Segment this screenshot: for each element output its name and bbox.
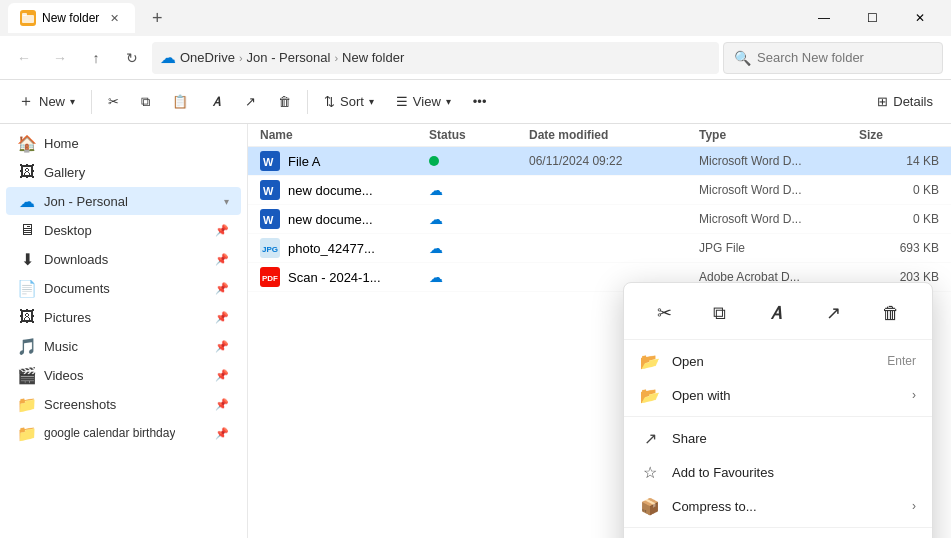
share-button[interactable]: ↗ (235, 88, 266, 115)
ctx-rename-button[interactable]: Ａ (759, 295, 793, 331)
sidebar-item-gallery[interactable]: 🖼 Gallery (6, 158, 241, 186)
sidebar-item-pictures[interactable]: 🖼 Pictures 📌 (6, 303, 241, 331)
details-button[interactable]: ⊞ Details (867, 88, 943, 115)
minimize-button[interactable]: — (801, 2, 847, 34)
file-row-file-a[interactable]: W File A 06/11/2024 09:22 Microsoft Word… (248, 147, 951, 176)
title-bar-left: New folder ✕ + (8, 3, 171, 33)
downloads-icon: ⬇ (18, 250, 36, 268)
svg-text:JPG: JPG (262, 245, 278, 254)
more-button[interactable]: ••• (463, 88, 497, 115)
up-button[interactable]: ↑ (80, 42, 112, 74)
search-input[interactable] (757, 50, 932, 65)
sidebar-music-label: Music (44, 339, 78, 354)
ctx-copy-button[interactable]: ⧉ (705, 297, 734, 330)
ctx-open[interactable]: 📂 Open Enter (624, 344, 932, 378)
word-icon-2: W (260, 180, 280, 200)
cloud-icon-2: ☁ (429, 211, 443, 227)
paste-button[interactable]: 📋 (162, 88, 198, 115)
ctx-share-button[interactable]: ↗ (818, 296, 849, 330)
cut-icon: ✂ (108, 94, 119, 109)
file-name-label-new-doc-1: new docume... (288, 183, 373, 198)
file-name-new-doc-1: W new docume... (260, 180, 429, 200)
cut-button[interactable]: ✂ (98, 88, 129, 115)
refresh-button[interactable]: ↻ (116, 42, 148, 74)
ctx-sep-1 (624, 416, 932, 417)
sidebar-item-desktop[interactable]: 🖥 Desktop 📌 (6, 216, 241, 244)
sidebar-item-documents[interactable]: 📄 Documents 📌 (6, 274, 241, 302)
sidebar-desktop-label: Desktop (44, 223, 92, 238)
tab-close-button[interactable]: ✕ (105, 9, 123, 27)
file-type-new-doc-1: Microsoft Word D... (699, 183, 859, 197)
breadcrumb-jon-personal[interactable]: Jon - Personal (247, 50, 331, 65)
file-type-photo: JPG File (699, 241, 859, 255)
address-bar: ← → ↑ ↻ ☁ OneDrive › Jon - Personal › Ne… (0, 36, 951, 80)
sidebar-gallery-label: Gallery (44, 165, 85, 180)
desktop-icon: 🖥 (18, 221, 36, 239)
new-tab-button[interactable]: + (143, 4, 171, 32)
view-button[interactable]: ☰ View ▾ (386, 88, 461, 115)
ctx-compress-arrow: › (912, 499, 916, 513)
file-size-new-doc-1: 0 KB (859, 183, 939, 197)
sidebar-item-downloads[interactable]: ⬇ Downloads 📌 (6, 245, 241, 273)
cloud-icon-4: ☁ (429, 269, 443, 285)
music-icon: 🎵 (18, 337, 36, 355)
rename-button[interactable]: Ａ (200, 87, 233, 117)
sort-button[interactable]: ⇅ Sort ▾ (314, 88, 384, 115)
breadcrumb-new-folder[interactable]: New folder (342, 50, 404, 65)
close-button[interactable]: ✕ (897, 2, 943, 34)
file-status-photo: ☁ (429, 240, 529, 256)
sidebar-item-videos[interactable]: 🎬 Videos 📌 (6, 361, 241, 389)
ctx-compress[interactable]: 📦 Compress to... › (624, 489, 932, 523)
sidebar-home-label: Home (44, 136, 79, 151)
pin-icon-google: 📌 (215, 427, 229, 440)
file-row-photo[interactable]: JPG photo_42477... ☁ JPG File 693 KB (248, 234, 951, 263)
sidebar-screenshots-label: Screenshots (44, 397, 116, 412)
sidebar-item-music[interactable]: 🎵 Music 📌 (6, 332, 241, 360)
sidebar-item-screenshots[interactable]: 📁 Screenshots 📌 (6, 390, 241, 418)
sidebar-item-google-calendar[interactable]: 📁 google calendar birthday 📌 (6, 419, 241, 447)
file-status-new-doc-1: ☁ (429, 182, 529, 198)
file-name-scan: PDF Scan - 2024-1... (260, 267, 429, 287)
ctx-open-with[interactable]: 📂 Open with › (624, 378, 932, 412)
active-tab[interactable]: New folder ✕ (8, 3, 135, 33)
paste-icon: 📋 (172, 94, 188, 109)
sidebar-videos-label: Videos (44, 368, 84, 383)
file-name-label-file-a: File A (288, 154, 321, 169)
copy-icon: ⧉ (141, 94, 150, 110)
new-button[interactable]: ＋ New ▾ (8, 85, 85, 118)
breadcrumb[interactable]: ☁ OneDrive › Jon - Personal › New folder (152, 42, 719, 74)
context-menu-toolbar: ✂ ⧉ Ａ ↗ 🗑 (624, 287, 932, 340)
file-row-new-doc-1[interactable]: W new docume... ☁ Microsoft Word D... 0 … (248, 176, 951, 205)
cloud-icon-3: ☁ (429, 240, 443, 256)
ctx-open-shortcut: Enter (887, 354, 916, 368)
file-row-new-doc-2[interactable]: W new docume... ☁ Microsoft Word D... 0 … (248, 205, 951, 234)
sidebar-jon-personal-label: Jon - Personal (44, 194, 128, 209)
sidebar-item-jon-personal[interactable]: ☁ Jon - Personal ▾ (6, 187, 241, 215)
ctx-add-to-favourites[interactable]: ☆ Add to Favourites (624, 455, 932, 489)
delete-button[interactable]: 🗑 (268, 88, 301, 115)
ctx-cut-button[interactable]: ✂ (649, 296, 680, 330)
back-button[interactable]: ← (8, 42, 40, 74)
expand-icon: ▾ (224, 196, 229, 207)
file-name-label-scan: Scan - 2024-1... (288, 270, 381, 285)
sidebar-item-home[interactable]: 🏠 Home (6, 129, 241, 157)
search-icon: 🔍 (734, 50, 751, 66)
file-size-photo: 693 KB (859, 241, 939, 255)
toolbar-separator-1 (91, 90, 92, 114)
svg-rect-1 (22, 13, 27, 16)
ctx-copy-path[interactable]: 📋 Copy as path Ctrl+Shift+C (624, 532, 932, 538)
file-date-file-a: 06/11/2024 09:22 (529, 154, 699, 168)
file-name-label-new-doc-2: new docume... (288, 212, 373, 227)
search-bar[interactable]: 🔍 (723, 42, 943, 74)
word-icon-3: W (260, 209, 280, 229)
ctx-delete-button[interactable]: 🗑 (874, 297, 908, 330)
ctx-share[interactable]: ↗ Share (624, 421, 932, 455)
forward-button[interactable]: → (44, 42, 76, 74)
maximize-button[interactable]: ☐ (849, 2, 895, 34)
breadcrumb-onedrive[interactable]: OneDrive (180, 50, 235, 65)
pin-icon-documents: 📌 (215, 282, 229, 295)
pin-icon-videos: 📌 (215, 369, 229, 382)
copy-button[interactable]: ⧉ (131, 88, 160, 116)
onedrive-sidebar-icon: ☁ (18, 192, 36, 210)
new-dropdown-icon: ▾ (70, 96, 75, 107)
